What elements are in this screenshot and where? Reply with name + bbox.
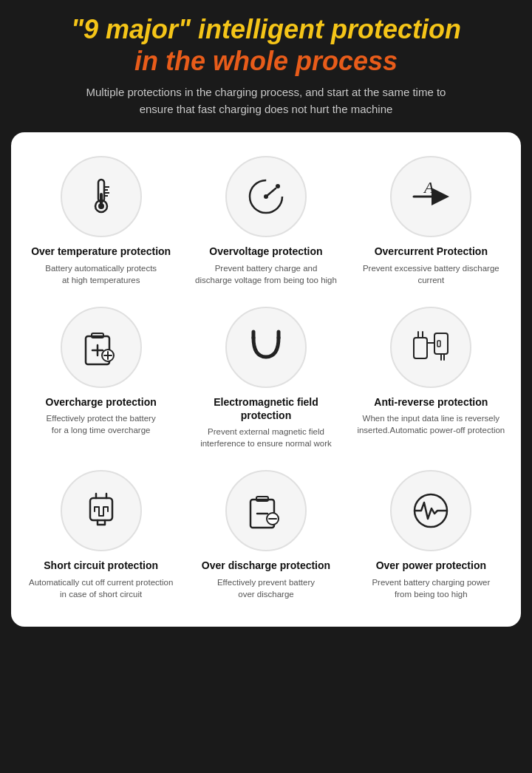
protection-title-anti-reverse: Anti-reverse protection: [374, 395, 488, 409]
protection-item-overvoltage: Overvoltage protection Prevent battery c…: [183, 147, 348, 297]
title-line2: in the whole process: [15, 45, 517, 77]
svg-point-11: [276, 184, 280, 188]
protection-desc-electromagnetic: Prevent external magnetic fieldinterfere…: [200, 426, 332, 449]
protection-grid: Over temperature protection Battery auto…: [18, 147, 514, 611]
protection-title-over-discharge: Over discharge protection: [202, 559, 330, 572]
current-icon: A: [390, 156, 471, 237]
svg-rect-23: [414, 338, 427, 358]
protection-desc-over-discharge: Effectively prevent batteryover discharg…: [217, 576, 315, 600]
protection-desc-overcurrent: Prevent excessive battery dischargecurre…: [363, 262, 499, 286]
battery-minus-icon: [225, 470, 307, 551]
svg-rect-27: [437, 341, 440, 347]
protection-item-electromagnetic: Electromagnetic field protection Prevent…: [183, 298, 348, 462]
header: "9 major" intelligent protection in the …: [0, 0, 532, 125]
protection-item-overcurrent: A Overcurrent Protection Prevent excessi…: [349, 147, 514, 297]
protection-card: Over temperature protection Battery auto…: [11, 132, 521, 626]
thermometer-icon: [61, 156, 142, 237]
anti-reverse-icon: [390, 307, 471, 388]
protection-title-over-power: Over power protection: [376, 559, 486, 572]
protection-title-overvoltage: Overvoltage protection: [209, 245, 322, 258]
svg-point-7: [98, 203, 104, 209]
protection-title-over-temperature: Over temperature protection: [31, 245, 171, 258]
protection-item-anti-reverse: Anti-reverse protection When the input d…: [349, 298, 514, 462]
heartbeat-icon: [390, 470, 471, 551]
protection-title-overcurrent: Overcurrent Protection: [375, 245, 488, 258]
gauge-icon: [225, 156, 307, 237]
subtitle: Multiple protections in the charging pro…: [15, 84, 517, 118]
svg-rect-30: [90, 498, 112, 520]
protection-desc-over-temperature: Battery automatically protectsat high te…: [45, 262, 157, 286]
protection-desc-short-circuit: Automatically cut off current protection…: [29, 576, 173, 600]
protection-title-electromagnetic: Electromagnetic field protection: [189, 395, 342, 422]
protection-desc-over-power: Prevent battery charging powerfrom being…: [372, 576, 490, 600]
battery-plus-icon: [61, 307, 142, 388]
protection-item-over-power: Over power protection Prevent battery ch…: [349, 461, 514, 611]
protection-item-short-circuit: Short circuit protection Automatically c…: [18, 461, 183, 611]
protection-title-overcharge: Overcharge protection: [46, 395, 157, 409]
protection-title-short-circuit: Short circuit protection: [44, 559, 158, 572]
svg-point-10: [264, 194, 268, 199]
title-line1: "9 major" intelligent protection: [15, 13, 517, 45]
svg-text:A: A: [423, 178, 434, 197]
protection-item-over-temperature: Over temperature protection Battery auto…: [18, 147, 183, 297]
short-circuit-icon: [61, 470, 142, 551]
magnet-icon: [225, 307, 307, 388]
protection-desc-anti-reverse: When the input data line is reverselyins…: [357, 412, 505, 436]
svg-rect-26: [434, 333, 448, 354]
protection-item-overcharge: Overcharge protection Effectively protec…: [18, 298, 183, 462]
protection-desc-overcharge: Effectively protect the batteryfor a lon…: [47, 412, 156, 436]
protection-desc-overvoltage: Prevent battery charge anddischarge volt…: [195, 262, 337, 286]
protection-item-over-discharge: Over discharge protection Effectively pr…: [183, 461, 348, 611]
